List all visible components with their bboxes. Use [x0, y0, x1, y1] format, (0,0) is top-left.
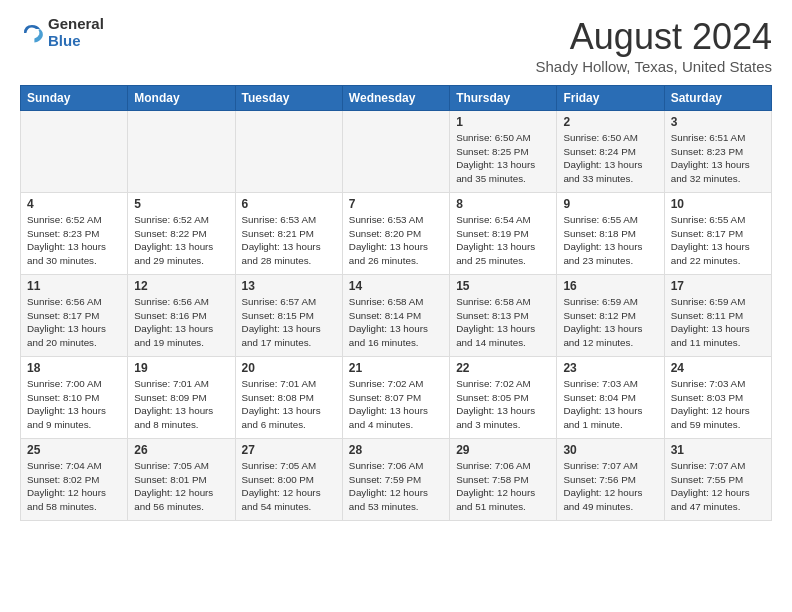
- header-wednesday: Wednesday: [342, 86, 449, 111]
- day-detail: Sunrise: 6:59 AMSunset: 8:11 PMDaylight:…: [671, 295, 765, 350]
- day-detail: Sunrise: 6:57 AMSunset: 8:15 PMDaylight:…: [242, 295, 336, 350]
- calendar-cell: [342, 111, 449, 193]
- day-detail: Sunrise: 7:04 AMSunset: 8:02 PMDaylight:…: [27, 459, 121, 514]
- day-detail: Sunrise: 6:55 AMSunset: 8:17 PMDaylight:…: [671, 213, 765, 268]
- logo: General Blue: [20, 16, 104, 49]
- calendar-cell: 1Sunrise: 6:50 AMSunset: 8:25 PMDaylight…: [450, 111, 557, 193]
- day-number: 28: [349, 443, 443, 457]
- day-detail: Sunrise: 6:58 AMSunset: 8:13 PMDaylight:…: [456, 295, 550, 350]
- day-number: 10: [671, 197, 765, 211]
- calendar-cell: 10Sunrise: 6:55 AMSunset: 8:17 PMDayligh…: [664, 193, 771, 275]
- header-saturday: Saturday: [664, 86, 771, 111]
- calendar-cell: 5Sunrise: 6:52 AMSunset: 8:22 PMDaylight…: [128, 193, 235, 275]
- calendar-cell: 15Sunrise: 6:58 AMSunset: 8:13 PMDayligh…: [450, 275, 557, 357]
- day-detail: Sunrise: 6:59 AMSunset: 8:12 PMDaylight:…: [563, 295, 657, 350]
- header-friday: Friday: [557, 86, 664, 111]
- header-thursday: Thursday: [450, 86, 557, 111]
- title-block: August 2024 Shady Hollow, Texas, United …: [535, 16, 772, 75]
- calendar-cell: 8Sunrise: 6:54 AMSunset: 8:19 PMDaylight…: [450, 193, 557, 275]
- calendar-cell: 22Sunrise: 7:02 AMSunset: 8:05 PMDayligh…: [450, 357, 557, 439]
- week-row-3: 11Sunrise: 6:56 AMSunset: 8:17 PMDayligh…: [21, 275, 772, 357]
- logo-general: General: [48, 16, 104, 33]
- day-number: 7: [349, 197, 443, 211]
- day-number: 13: [242, 279, 336, 293]
- calendar-cell: 24Sunrise: 7:03 AMSunset: 8:03 PMDayligh…: [664, 357, 771, 439]
- day-detail: Sunrise: 7:06 AMSunset: 7:59 PMDaylight:…: [349, 459, 443, 514]
- calendar-cell: 17Sunrise: 6:59 AMSunset: 8:11 PMDayligh…: [664, 275, 771, 357]
- day-detail: Sunrise: 6:56 AMSunset: 8:16 PMDaylight:…: [134, 295, 228, 350]
- main-title: August 2024: [535, 16, 772, 58]
- calendar-cell: [128, 111, 235, 193]
- day-detail: Sunrise: 7:03 AMSunset: 8:04 PMDaylight:…: [563, 377, 657, 432]
- day-number: 16: [563, 279, 657, 293]
- day-number: 22: [456, 361, 550, 375]
- day-number: 20: [242, 361, 336, 375]
- calendar-cell: 31Sunrise: 7:07 AMSunset: 7:55 PMDayligh…: [664, 439, 771, 521]
- day-number: 29: [456, 443, 550, 457]
- day-detail: Sunrise: 6:56 AMSunset: 8:17 PMDaylight:…: [27, 295, 121, 350]
- day-detail: Sunrise: 7:01 AMSunset: 8:09 PMDaylight:…: [134, 377, 228, 432]
- header-monday: Monday: [128, 86, 235, 111]
- day-detail: Sunrise: 6:53 AMSunset: 8:20 PMDaylight:…: [349, 213, 443, 268]
- day-detail: Sunrise: 7:02 AMSunset: 8:07 PMDaylight:…: [349, 377, 443, 432]
- calendar-cell: 3Sunrise: 6:51 AMSunset: 8:23 PMDaylight…: [664, 111, 771, 193]
- day-number: 4: [27, 197, 121, 211]
- day-number: 2: [563, 115, 657, 129]
- day-detail: Sunrise: 7:01 AMSunset: 8:08 PMDaylight:…: [242, 377, 336, 432]
- day-number: 23: [563, 361, 657, 375]
- day-detail: Sunrise: 6:50 AMSunset: 8:24 PMDaylight:…: [563, 131, 657, 186]
- day-number: 25: [27, 443, 121, 457]
- logo-blue: Blue: [48, 33, 104, 50]
- calendar-cell: 13Sunrise: 6:57 AMSunset: 8:15 PMDayligh…: [235, 275, 342, 357]
- calendar-cell: 25Sunrise: 7:04 AMSunset: 8:02 PMDayligh…: [21, 439, 128, 521]
- day-number: 1: [456, 115, 550, 129]
- calendar-cell: 4Sunrise: 6:52 AMSunset: 8:23 PMDaylight…: [21, 193, 128, 275]
- logo-icon: [20, 21, 44, 45]
- day-detail: Sunrise: 7:06 AMSunset: 7:58 PMDaylight:…: [456, 459, 550, 514]
- day-detail: Sunrise: 7:05 AMSunset: 8:00 PMDaylight:…: [242, 459, 336, 514]
- subtitle: Shady Hollow, Texas, United States: [535, 58, 772, 75]
- day-detail: Sunrise: 6:53 AMSunset: 8:21 PMDaylight:…: [242, 213, 336, 268]
- calendar-cell: 21Sunrise: 7:02 AMSunset: 8:07 PMDayligh…: [342, 357, 449, 439]
- day-detail: Sunrise: 6:54 AMSunset: 8:19 PMDaylight:…: [456, 213, 550, 268]
- day-detail: Sunrise: 6:52 AMSunset: 8:22 PMDaylight:…: [134, 213, 228, 268]
- day-detail: Sunrise: 6:55 AMSunset: 8:18 PMDaylight:…: [563, 213, 657, 268]
- day-number: 14: [349, 279, 443, 293]
- calendar-cell: 18Sunrise: 7:00 AMSunset: 8:10 PMDayligh…: [21, 357, 128, 439]
- day-number: 30: [563, 443, 657, 457]
- day-number: 5: [134, 197, 228, 211]
- day-number: 12: [134, 279, 228, 293]
- calendar-cell: 9Sunrise: 6:55 AMSunset: 8:18 PMDaylight…: [557, 193, 664, 275]
- calendar-cell: 7Sunrise: 6:53 AMSunset: 8:20 PMDaylight…: [342, 193, 449, 275]
- day-number: 31: [671, 443, 765, 457]
- calendar-cell: 28Sunrise: 7:06 AMSunset: 7:59 PMDayligh…: [342, 439, 449, 521]
- day-number: 8: [456, 197, 550, 211]
- day-detail: Sunrise: 7:02 AMSunset: 8:05 PMDaylight:…: [456, 377, 550, 432]
- day-number: 3: [671, 115, 765, 129]
- week-row-5: 25Sunrise: 7:04 AMSunset: 8:02 PMDayligh…: [21, 439, 772, 521]
- calendar-cell: 12Sunrise: 6:56 AMSunset: 8:16 PMDayligh…: [128, 275, 235, 357]
- header-sunday: Sunday: [21, 86, 128, 111]
- calendar-cell: 2Sunrise: 6:50 AMSunset: 8:24 PMDaylight…: [557, 111, 664, 193]
- day-detail: Sunrise: 7:05 AMSunset: 8:01 PMDaylight:…: [134, 459, 228, 514]
- calendar-cell: 27Sunrise: 7:05 AMSunset: 8:00 PMDayligh…: [235, 439, 342, 521]
- calendar-cell: [235, 111, 342, 193]
- calendar-cell: 26Sunrise: 7:05 AMSunset: 8:01 PMDayligh…: [128, 439, 235, 521]
- calendar-cell: 30Sunrise: 7:07 AMSunset: 7:56 PMDayligh…: [557, 439, 664, 521]
- logo-text: General Blue: [48, 16, 104, 49]
- day-number: 26: [134, 443, 228, 457]
- day-number: 24: [671, 361, 765, 375]
- day-number: 11: [27, 279, 121, 293]
- day-number: 17: [671, 279, 765, 293]
- calendar-cell: 14Sunrise: 6:58 AMSunset: 8:14 PMDayligh…: [342, 275, 449, 357]
- day-detail: Sunrise: 7:07 AMSunset: 7:55 PMDaylight:…: [671, 459, 765, 514]
- calendar-cell: 20Sunrise: 7:01 AMSunset: 8:08 PMDayligh…: [235, 357, 342, 439]
- day-number: 6: [242, 197, 336, 211]
- day-detail: Sunrise: 6:50 AMSunset: 8:25 PMDaylight:…: [456, 131, 550, 186]
- page-header: General Blue August 2024 Shady Hollow, T…: [20, 16, 772, 75]
- week-row-4: 18Sunrise: 7:00 AMSunset: 8:10 PMDayligh…: [21, 357, 772, 439]
- calendar-cell: 6Sunrise: 6:53 AMSunset: 8:21 PMDaylight…: [235, 193, 342, 275]
- calendar-cell: 19Sunrise: 7:01 AMSunset: 8:09 PMDayligh…: [128, 357, 235, 439]
- calendar-cell: 23Sunrise: 7:03 AMSunset: 8:04 PMDayligh…: [557, 357, 664, 439]
- calendar-cell: 11Sunrise: 6:56 AMSunset: 8:17 PMDayligh…: [21, 275, 128, 357]
